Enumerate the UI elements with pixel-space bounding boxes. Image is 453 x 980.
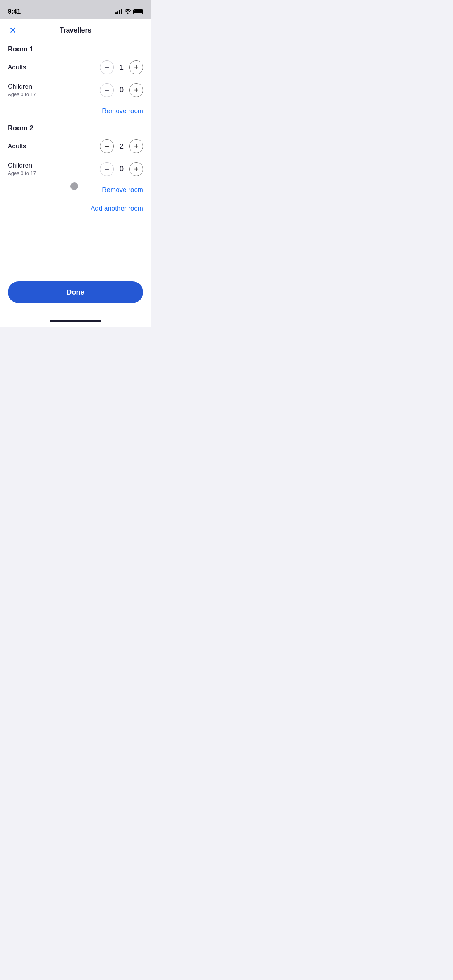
room-1-children-value: 0 (118, 86, 125, 94)
room-1-children-row: Children Ages 0 to 17 − 0 + (8, 83, 143, 97)
room-1-children-name: Children (8, 83, 36, 91)
room-1-children-stepper: − 0 + (100, 83, 143, 97)
home-bar (50, 320, 101, 322)
add-another-room-button[interactable]: Add another room (91, 203, 143, 214)
room-2-adults-increment[interactable]: + (129, 139, 143, 153)
signal-icon (115, 9, 122, 14)
room-1-children-sub: Ages 0 to 17 (8, 91, 36, 97)
header: ✕ Travellers (0, 19, 151, 39)
room-2-adults-row: Adults − 2 + (8, 139, 143, 153)
room-2-children-increment[interactable]: + (129, 162, 143, 176)
room-1-children-label: Children Ages 0 to 17 (8, 83, 36, 97)
wifi-icon (125, 9, 131, 15)
touch-indicator (70, 182, 78, 190)
room-1-section: Room 1 Adults − 1 + Children Ages 0 to 1… (8, 45, 143, 117)
room-1-adults-label: Adults (8, 63, 26, 71)
room-1-adults-increment[interactable]: + (129, 60, 143, 74)
room-2-section: Room 2 Adults − 2 + Children Ages 0 to 1… (8, 124, 143, 195)
room-1-remove-button[interactable]: Remove room (102, 106, 143, 117)
status-bar: 9:41 (0, 0, 151, 19)
room-2-adults-label: Adults (8, 142, 26, 150)
room-2-children-label: Children Ages 0 to 17 (8, 162, 36, 176)
room-2-title: Room 2 (8, 124, 143, 132)
room-1-adults-value: 1 (118, 63, 125, 72)
sheet: ✕ Travellers Room 1 Adults − 1 + (0, 19, 151, 327)
room-2-children-sub: Ages 0 to 17 (8, 170, 36, 176)
add-room-row: Add another room (8, 203, 143, 214)
battery-icon (133, 9, 143, 14)
bottom-area: Done (0, 281, 151, 317)
room-1-adults-decrement[interactable]: − (100, 60, 114, 74)
close-icon: ✕ (9, 26, 16, 35)
room-2-children-stepper: − 0 + (100, 162, 143, 176)
content: Room 1 Adults − 1 + Children Ages 0 to 1… (0, 39, 151, 281)
status-time: 9:41 (8, 8, 21, 15)
close-button[interactable]: ✕ (8, 25, 18, 36)
room-2-adults-name: Adults (8, 142, 26, 150)
room-1-title: Room 1 (8, 45, 143, 53)
room-2-remove-button[interactable]: Remove room (102, 185, 143, 195)
room-1-children-increment[interactable]: + (129, 83, 143, 97)
room-2-adults-value: 2 (118, 142, 125, 151)
room-1-adults-name: Adults (8, 63, 26, 71)
room-1-remove-row: Remove room (8, 106, 143, 117)
room-1-adults-stepper: − 1 + (100, 60, 143, 74)
room-2-remove-row: Remove room (8, 185, 143, 195)
done-button[interactable]: Done (8, 281, 143, 303)
room-1-adults-row: Adults − 1 + (8, 60, 143, 74)
home-indicator (0, 317, 151, 327)
room-1-children-decrement[interactable]: − (100, 83, 114, 97)
room-2-children-decrement[interactable]: − (100, 162, 114, 176)
room-2-adults-stepper: − 2 + (100, 139, 143, 153)
room-2-adults-decrement[interactable]: − (100, 139, 114, 153)
room-2-children-name: Children (8, 162, 36, 170)
header-title: Travellers (60, 26, 91, 34)
room-2-children-value: 0 (118, 165, 125, 173)
status-icons (115, 9, 143, 15)
room-2-children-row: Children Ages 0 to 17 − 0 + (8, 162, 143, 176)
